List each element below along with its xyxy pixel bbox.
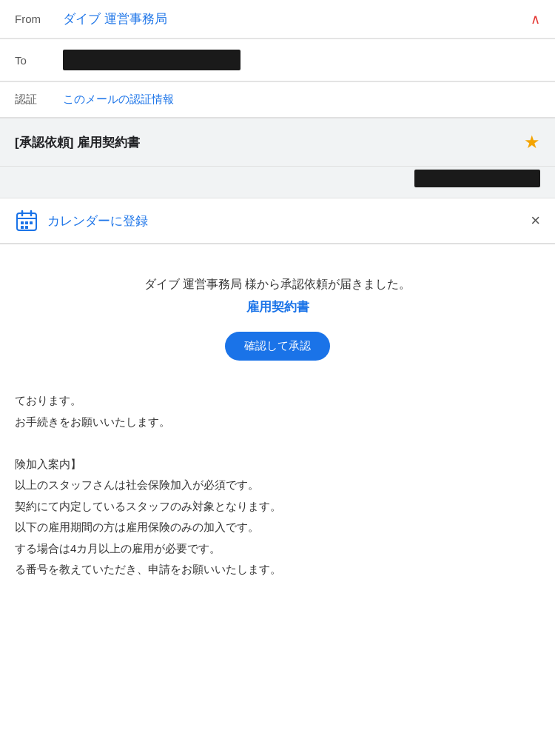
confirm-button[interactable]: 確認して承認: [225, 332, 330, 361]
body-line2: 契約にて内定しているスタッフのみ対象となります。: [15, 496, 540, 518]
subject-text: [承認依頼] 雇用契約書: [15, 134, 140, 151]
auth-row: 認証 このメールの認証情報: [0, 82, 555, 117]
calendar-link[interactable]: カレンダーに登録: [47, 213, 148, 230]
confirm-btn-wrap: 確認して承認: [15, 332, 540, 361]
from-label: From: [15, 13, 63, 25]
body-section-title: 険加入案内】: [15, 454, 540, 475]
body-line-p2: お手続きをお願いいたします。: [15, 412, 540, 433]
body-line-p1: ております。: [15, 390, 540, 412]
auth-link[interactable]: このメールの認証情報: [63, 93, 174, 107]
from-name: ダイブ 運営事務局: [63, 10, 531, 27]
collapse-icon[interactable]: ∧: [531, 11, 540, 27]
body-line3: 以下の雇用期間の方は雇用保険のみの加入です。: [15, 517, 540, 538]
subject-bar: [承認依頼] 雇用契約書 ★: [0, 118, 555, 167]
body-doc-title: 雇用契約書: [15, 298, 540, 315]
to-address-redacted: [63, 50, 240, 70]
svg-rect-4: [21, 221, 24, 224]
to-label: To: [15, 54, 63, 67]
from-row: From ダイブ 運営事務局 ∧: [0, 0, 555, 39]
date-row: [0, 167, 555, 198]
svg-rect-8: [25, 226, 28, 229]
svg-rect-5: [25, 221, 28, 224]
star-icon[interactable]: ★: [524, 132, 540, 153]
email-body: ダイブ 運営事務局 様から承認依頼が届きました。 雇用契約書 確認して承認 てお…: [0, 244, 555, 603]
calendar-bar: カレンダーに登録 ×: [0, 198, 555, 244]
body-line5: る番号を教えていただき、申請をお願いいたします。: [15, 559, 540, 581]
auth-label: 認証: [15, 93, 63, 107]
calendar-left: カレンダーに登録: [15, 209, 148, 233]
calendar-icon: [15, 209, 38, 233]
svg-rect-6: [30, 221, 33, 224]
close-icon[interactable]: ×: [531, 213, 540, 229]
svg-rect-7: [21, 226, 24, 229]
body-text-block: ております。 お手続きをお願いいたします。 険加入案内】 以上のスタッフさんは社…: [15, 390, 540, 581]
body-intro: ダイブ 運営事務局 様から承認依頼が届きました。: [15, 274, 540, 294]
date-redacted: [414, 170, 540, 187]
body-line4: する場合は4カ月以上の雇用が必要です。: [15, 538, 540, 560]
to-row: To: [0, 39, 555, 81]
body-line1: 以上のスタッフさんは社会保険加入が必須です。: [15, 475, 540, 496]
